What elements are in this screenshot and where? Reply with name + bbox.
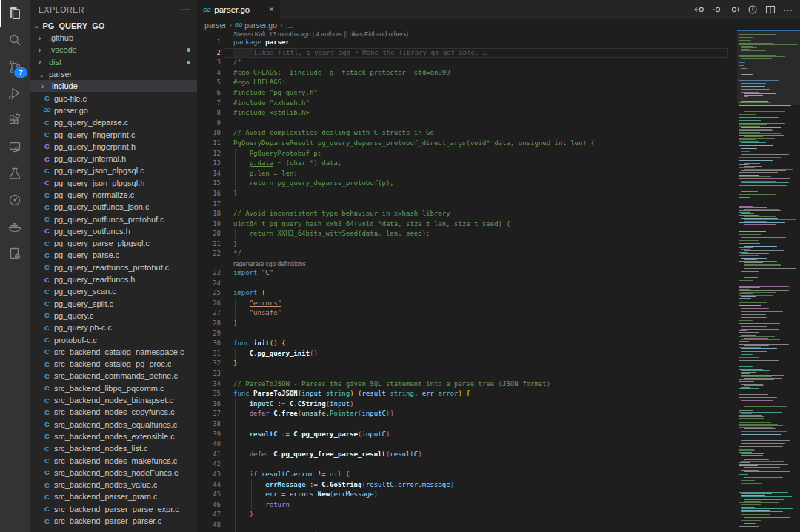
compare-next-icon[interactable]	[730, 4, 740, 15]
code-line[interactable]: 46 return	[197, 500, 730, 511]
code-line[interactable]: 12 PgQueryProtobuf p;	[197, 149, 730, 159]
open-changes-icon[interactable]	[694, 4, 704, 15]
project-settings-icon[interactable]	[0, 240, 30, 267]
code-line[interactable]: 14 p.len = len;	[197, 169, 730, 179]
code-line[interactable]: 17	[197, 199, 730, 210]
file-item-src_backend_nodes_equalfuncs.c[interactable]: Csrc_backend_nodes_equalfuncs.c	[30, 419, 197, 430]
file-item-src_backend_nodes_makefuncs.c[interactable]: Csrc_backend_nodes_makefuncs.c	[30, 454, 197, 466]
code-line[interactable]: 13 p.data = (char *) data;	[197, 159, 730, 169]
extensions-icon[interactable]	[0, 107, 30, 133]
breadcrumb-folder[interactable]: parser	[204, 21, 227, 30]
file-item-src_backend_parser_gram.c[interactable]: Csrc_backend_parser_gram.c	[30, 491, 197, 502]
file-item-src_backend_catalog_namespace.c[interactable]: Csrc_backend_catalog_namespace.c	[30, 346, 197, 358]
testing-icon[interactable]	[0, 160, 30, 187]
code-line[interactable]: 37 defer C.free(unsafe.Pointer(inputC))	[197, 409, 730, 419]
code-line[interactable]: 7#include "xxhash.h"	[197, 99, 730, 109]
code-line[interactable]: 2Lukas Fittl, 6 years ago • Make the lib…	[197, 48, 730, 59]
folder-item-include[interactable]: ›include	[30, 80, 197, 92]
explorer-more-actions[interactable]: ⋯	[181, 4, 190, 15]
file-item-pg_query_readfuncs.h[interactable]: Cpg_query_readfuncs.h	[30, 273, 197, 285]
breadcrumb-symbol[interactable]: …	[285, 21, 293, 30]
file-item-src_backend_nodes_extensible.c[interactable]: Csrc_backend_nodes_extensible.c	[30, 430, 197, 442]
code-line[interactable]: 30func init() {	[197, 339, 730, 349]
explorer-icon[interactable]	[0, 0, 30, 27]
folder-item-.github[interactable]: ›.github	[30, 32, 197, 44]
file-item-src_backend_parser_parser.c[interactable]: Csrc_backend_parser_parser.c	[30, 515, 197, 527]
code-line[interactable]: 44 errMessage := C.GoString(resultC.erro…	[197, 480, 730, 491]
file-item-src_backend_commands_define.c[interactable]: Csrc_backend_commands_define.c	[30, 370, 197, 382]
chevron-right-icon[interactable]: ›	[39, 58, 46, 66]
file-item-pg_query_split.c[interactable]: Cpg_query_split.c	[30, 298, 197, 310]
file-item-src_backend_nodes_value.c[interactable]: Csrc_backend_nodes_value.c	[30, 479, 197, 491]
code-line[interactable]: 40	[197, 439, 730, 450]
file-item-src_backend_nodes_bitmapset.c[interactable]: Csrc_backend_nodes_bitmapset.c	[30, 394, 197, 406]
code-line[interactable]: 15 return pg_query_deparse_protobuf(p);	[197, 179, 730, 189]
code-line[interactable]: 25import (	[197, 288, 730, 299]
file-item-src_backend_libpq_pqcomm.c[interactable]: Csrc_backend_libpq_pqcomm.c	[30, 382, 197, 394]
more-actions-icon[interactable]: ⋯	[783, 4, 793, 16]
file-item-pg_query_outfuncs_protobuf.c[interactable]: Cpg_query_outfuncs_protobuf.c	[30, 213, 197, 225]
file-item-guc-file.c[interactable]: Cguc-file.c	[30, 92, 197, 104]
code-line[interactable]: 11PgQueryDeparseResult pg_query_deparse_…	[197, 139, 730, 149]
code-line[interactable]: 35func ParseToJSON(input string) (result…	[197, 389, 730, 399]
code-line[interactable]: 36 inputC := C.CString(input)	[197, 399, 730, 410]
code-line[interactable]: 34// ParseToJSON - Parses the given SQL …	[197, 379, 730, 390]
file-item-pg_query.pb-c.c[interactable]: Cpg_query.pb-c.c	[30, 322, 197, 333]
codelens-action[interactable]: regenerate cgo definitions	[197, 259, 730, 268]
file-item-pg_query.c[interactable]: Cpg_query.c	[30, 310, 197, 322]
close-icon[interactable]: ×	[269, 4, 274, 15]
code-line[interactable]: 16}	[197, 189, 730, 199]
code-line[interactable]: 26 "errors"	[197, 299, 730, 309]
code-line[interactable]: 27 "unsafe"	[197, 308, 730, 319]
code-line[interactable]: 28)	[197, 319, 730, 329]
code-line[interactable]: 10// Avoid complexities dealing with C s…	[197, 128, 730, 139]
file-item-pg_query_readfuncs_protobuf.c[interactable]: Cpg_query_readfuncs_protobuf.c	[30, 262, 197, 273]
folder-item-.vscode[interactable]: ›.vscode	[30, 44, 197, 56]
code-line[interactable]: 41 defer C.pg_query_free_parse_result(re…	[197, 450, 730, 460]
file-item-pg_query_json_plpgsql.c[interactable]: Cpg_query_json_plpgsql.c	[30, 164, 197, 176]
breadcrumb-file[interactable]: parser.go	[244, 21, 277, 30]
code-line[interactable]: 47 }	[197, 510, 730, 520]
split-editor-icon[interactable]	[765, 4, 776, 15]
file-item-pg_query_internal.h[interactable]: Cpg_query_internal.h	[30, 153, 197, 164]
file-item-src_backend_parser_parse_expr.c[interactable]: Csrc_backend_parser_parse_expr.c	[30, 503, 197, 515]
code-editor[interactable]: Steven Kalt, 13 months ago | 4 authors (…	[197, 30, 730, 532]
file-item-pg_query_parse_plpgsql.c[interactable]: Cpg_query_parse_plpgsql.c	[30, 237, 197, 249]
code-line[interactable]: 6#include "pg_query.h"	[197, 88, 730, 99]
chevron-down-icon[interactable]: ⌄	[39, 70, 46, 79]
run-debug-icon[interactable]	[0, 80, 30, 107]
remote-explorer-icon[interactable]	[0, 133, 30, 160]
code-line[interactable]: 24	[197, 279, 730, 289]
chevron-right-icon[interactable]: ›	[39, 46, 46, 54]
file-item-pg_query_scan.c[interactable]: Cpg_query_scan.c	[30, 285, 197, 297]
code-line[interactable]: 20 return XXH3_64bits_withSeed(data, len…	[197, 229, 730, 239]
source-control-icon[interactable]: 7	[0, 53, 30, 80]
code-line[interactable]: 32}	[197, 359, 730, 369]
code-line[interactable]: 3/*	[197, 58, 730, 68]
code-line[interactable]: 43 if resultC.error != nil {	[197, 470, 730, 480]
code-line[interactable]: 39 resultC := C.pg_query_parse(inputC)	[197, 430, 730, 440]
code-line[interactable]: 8#include <stdlib.h>	[197, 108, 730, 119]
file-item-pg_query_parse.c[interactable]: Cpg_query_parse.c	[30, 249, 197, 261]
file-item-pg_query_outfuncs_json.c[interactable]: Cpg_query_outfuncs_json.c	[30, 201, 197, 213]
code-line[interactable]: 5#cgo LDFLAGS:	[197, 78, 730, 88]
code-line[interactable]: 48	[197, 520, 730, 531]
file-item-src_backend_nodes_copyfuncs.c[interactable]: Csrc_backend_nodes_copyfuncs.c	[30, 406, 197, 418]
file-item-pg_query_normalize.c[interactable]: Cpg_query_normalize.c	[30, 189, 197, 201]
file-item-parser.go[interactable]: GOparser.go	[30, 104, 197, 116]
folder-item-dist[interactable]: ›dist	[30, 56, 197, 68]
gitlens-icon[interactable]	[0, 187, 30, 213]
file-item-protobuf-c.c[interactable]: Cprotobuf-c.c	[30, 333, 197, 345]
code-line[interactable]: 38	[197, 419, 730, 430]
code-line[interactable]: 22*/	[197, 249, 730, 259]
code-line[interactable]: 45 err = errors.New(errMessage)	[197, 490, 730, 500]
tab-parser-go[interactable]: GO parser.go ×	[197, 0, 280, 19]
file-item-src_backend_nodes_list.c[interactable]: Csrc_backend_nodes_list.c	[30, 442, 197, 454]
code-line[interactable]: 29	[197, 329, 730, 339]
minimap[interactable]	[737, 30, 800, 532]
code-line[interactable]: 1package parser	[197, 38, 730, 48]
file-item-pg_query_fingerprint.c[interactable]: Cpg_query_fingerprint.c	[30, 128, 197, 140]
chevron-right-icon[interactable]: ›	[39, 34, 46, 42]
docker-icon[interactable]	[0, 213, 30, 240]
code-line[interactable]: 23import "C"	[197, 268, 730, 279]
